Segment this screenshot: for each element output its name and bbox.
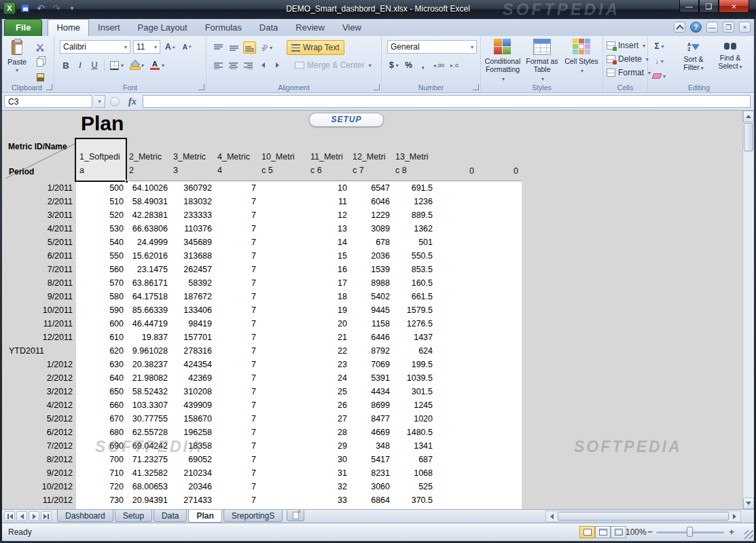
cell[interactable]: 6547	[349, 181, 392, 195]
cell[interactable]: 19	[307, 303, 349, 317]
font-dialog-launcher-icon[interactable]	[198, 84, 204, 90]
cell[interactable]: 7	[214, 331, 258, 344]
cell[interactable]: 26	[307, 398, 349, 412]
row-label[interactable]: 12/2011	[5, 331, 75, 344]
cell[interactable]: 610	[76, 331, 126, 344]
row-label[interactable]: 9/2011	[5, 290, 75, 303]
cell[interactable]: 64.10026	[126, 181, 170, 195]
ribbon-tab-view[interactable]: View	[334, 20, 370, 36]
cell[interactable]: 678	[349, 236, 392, 249]
cell[interactable]: 670	[76, 412, 126, 426]
horizontal-scroll-thumb[interactable]	[558, 512, 729, 521]
cell[interactable]: 66.63806	[126, 222, 170, 236]
fill-color-button[interactable]	[128, 59, 146, 71]
cell[interactable]: 424354	[170, 358, 214, 371]
ribbon-tab-data[interactable]: Data	[251, 20, 287, 36]
cell[interactable]: 1276.5	[392, 317, 435, 331]
clear-button[interactable]	[651, 70, 668, 82]
cell[interactable]: 650	[76, 385, 126, 398]
scroll-right-button[interactable]	[730, 512, 740, 521]
paste-button[interactable]: Paste ▾	[4, 39, 30, 89]
cell[interactable]: 7	[214, 249, 258, 263]
insert-cells-button[interactable]: Insert	[603, 39, 654, 52]
row-label[interactable]: 11/2011	[5, 317, 75, 331]
cell[interactable]: 32	[307, 480, 349, 493]
format-cells-button[interactable]: Format	[603, 66, 654, 79]
row-label[interactable]: YTD2011	[5, 344, 75, 358]
cell[interactable]: 30	[307, 453, 349, 466]
corner-cell[interactable]: Metric ID/Name Period	[5, 139, 76, 181]
cell[interactable]: 1158	[349, 317, 392, 331]
scroll-up-button[interactable]	[743, 111, 754, 122]
name-box[interactable]: C3	[4, 95, 92, 108]
ribbon-tab-page-layout[interactable]: Page Layout	[129, 20, 196, 36]
cell[interactable]: 691.5	[392, 181, 435, 195]
cell[interactable]: 8699	[349, 398, 392, 412]
row-label[interactable]: 3/2011	[5, 208, 75, 222]
formula-input[interactable]	[143, 95, 751, 108]
cell[interactable]: 7069	[349, 358, 392, 371]
cell[interactable]: 33	[307, 493, 349, 507]
row-label[interactable]: 10/2011	[5, 303, 75, 317]
row-label[interactable]: 8/2012	[5, 453, 75, 466]
sheet-tab-plan[interactable]: Plan	[188, 510, 221, 523]
sheet-tab-sreportings[interactable]: SreportingS	[223, 510, 283, 522]
cell[interactable]: 15	[307, 249, 349, 263]
cell[interactable]: 730	[76, 493, 126, 507]
cell[interactable]: 590	[76, 303, 126, 317]
workbook-close-button[interactable]: ×	[739, 22, 751, 33]
row-label[interactable]: 2/2012	[5, 371, 75, 385]
sheet-tab-dashboard[interactable]: Dashboard	[57, 510, 113, 522]
cell[interactable]: 620	[76, 344, 126, 358]
clipboard-dialog-launcher-icon[interactable]	[46, 84, 52, 90]
fill-button[interactable]: ↓	[651, 55, 668, 67]
row-label[interactable]: 7/2012	[5, 439, 75, 453]
collapse-ribbon-icon[interactable]	[674, 22, 685, 33]
cell[interactable]: 18	[307, 290, 349, 303]
cell[interactable]: 42369	[170, 371, 214, 385]
cell[interactable]: 889.5	[392, 208, 435, 222]
row-label[interactable]: 9/2012	[5, 466, 75, 480]
cell[interactable]: 20346	[170, 480, 214, 493]
cell[interactable]: 58.49031	[126, 195, 170, 208]
cell[interactable]: 24.4999	[126, 236, 170, 249]
cell[interactable]: 8792	[349, 344, 392, 358]
cell[interactable]: 20	[307, 317, 349, 331]
cell[interactable]: 4434	[349, 385, 392, 398]
accounting-format-button[interactable]: $	[387, 59, 401, 71]
cell[interactable]: 6446	[349, 331, 392, 344]
row-label[interactable]: 4/2012	[5, 398, 75, 412]
decrease-font-size-button[interactable]: A▼	[181, 41, 194, 53]
cell[interactable]: 640	[76, 371, 126, 385]
cell[interactable]: 1236	[392, 195, 435, 208]
cell[interactable]: 7	[214, 344, 258, 358]
cell[interactable]: 22	[307, 344, 349, 358]
page-layout-view-button[interactable]	[595, 526, 611, 538]
cell[interactable]: 68.00653	[126, 480, 170, 493]
cell[interactable]: 63.86171	[126, 276, 170, 290]
cell[interactable]: 7	[214, 208, 258, 222]
cell[interactable]: 3089	[349, 222, 392, 236]
insert-worksheet-tab[interactable]	[287, 510, 304, 521]
cell[interactable]: 7	[214, 466, 258, 480]
increase-decimal-button[interactable]: ◂.00	[431, 59, 446, 71]
cell[interactable]: 10	[307, 181, 349, 195]
row-label[interactable]: 8/2011	[5, 276, 75, 290]
cell[interactable]: 28	[307, 426, 349, 439]
cell[interactable]: 42.28381	[126, 208, 170, 222]
cell[interactable]: 1020	[392, 412, 435, 426]
orientation-button[interactable]: ab	[259, 41, 274, 54]
cell[interactable]: 680	[76, 426, 126, 439]
borders-button[interactable]	[108, 59, 126, 71]
row-label[interactable]: 5/2012	[5, 412, 75, 426]
alignment-dialog-launcher-icon[interactable]	[374, 84, 380, 90]
cell[interactable]: 21	[307, 331, 349, 344]
number-dialog-launcher-icon[interactable]	[473, 84, 479, 90]
column-header[interactable]: 10_Metri c 5	[258, 139, 307, 181]
align-top-button[interactable]	[212, 41, 225, 54]
cell[interactable]: 58.52432	[126, 385, 170, 398]
cell[interactable]: 7	[214, 303, 258, 317]
cell[interactable]: 7	[214, 385, 258, 398]
cell[interactable]: 348	[349, 439, 392, 453]
wrap-text-button[interactable]: Wrap Text	[287, 40, 344, 55]
